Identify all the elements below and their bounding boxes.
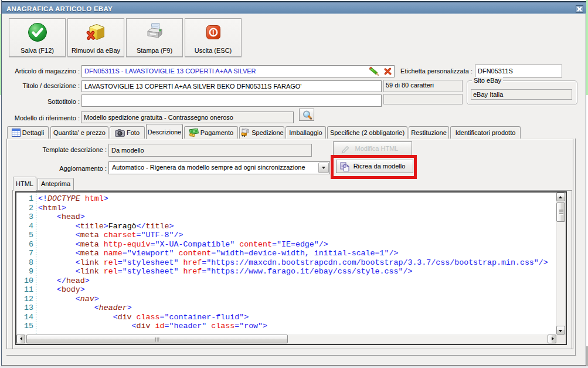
code-line-5: <meta charset="UTF-8"/>: [38, 231, 183, 240]
v-scroll-thumb[interactable]: [556, 202, 565, 222]
save-check-icon: [28, 21, 47, 43]
tab-spedizione[interactable]: Spedizione: [239, 126, 284, 139]
thumb-grip: [155, 337, 156, 342]
line-number: 6: [16, 240, 33, 249]
toolbar-button-salva-f12[interactable]: Salva (F12): [9, 18, 66, 57]
aggiornamento-value: Automatico - Rigenera da modello sempre …: [109, 162, 329, 171]
code-line-10: </head>: [38, 276, 90, 286]
line-number: 1: [16, 194, 33, 204]
line-number: 9: [16, 267, 33, 276]
tab-control-border: [576, 139, 576, 356]
articolo-label: Articolo di magazzino :: [2, 67, 80, 75]
code-line-2: <html>: [38, 204, 66, 213]
tab-specifiche-2-obbligatorie[interactable]: Specifiche (2 obbligatorie): [327, 126, 407, 139]
code-line-11: <body>: [38, 285, 85, 295]
screen: ANAGRAFICA ARTICOLO EBAY Salva (F12)Rimu…: [0, 0, 588, 368]
line-number: 14: [16, 313, 33, 322]
code-line-6: <meta http-equiv="X-UA-Compatible" conte…: [38, 240, 328, 249]
arrow-down-icon: [559, 330, 562, 334]
search-modello-button[interactable]: [299, 109, 314, 121]
exit-power-icon: [206, 21, 220, 43]
sito-ebay-value: eBay Italia: [471, 89, 572, 100]
code-area[interactable]: 1<!DOCTYPE html>2<html>3 <head>4 <title>…: [16, 193, 555, 333]
tab-foto[interactable]: Foto: [110, 126, 145, 139]
combo-dropdown-button[interactable]: [318, 163, 329, 173]
tab-dettagli[interactable]: Dettagli: [7, 126, 49, 139]
subtab-anteprima[interactable]: Anteprima: [38, 178, 74, 190]
scrollbar-corner: [556, 335, 566, 344]
tab-pagamento[interactable]: Pagamento: [184, 126, 238, 139]
thumb-grip: [559, 213, 563, 214]
scroll-down-button[interactable]: [556, 326, 565, 335]
line-number: 5: [16, 231, 33, 240]
sito-ebay-legend: Sito eBay: [472, 77, 503, 84]
etichetta-field[interactable]: DFN05311S: [475, 65, 562, 77]
code-line-7: <meta name="viewport" content="width=dev…: [38, 249, 398, 258]
sottotitolo-label: Sottotitolo :: [2, 98, 80, 106]
tab-control-border: [6, 356, 576, 356]
scroll-left-button[interactable]: [16, 335, 25, 343]
modifica-html-button: Modifica HTML: [333, 141, 412, 156]
printer-icon: [144, 21, 165, 43]
template-field[interactable]: Da modello: [108, 144, 312, 157]
code-line-14: <div class="container-fluid">: [38, 313, 249, 322]
dialog-window: ANAGRAFICA ARTICOLO EBAY Salva (F12)Rimu…: [1, 0, 586, 366]
toolbar-button-stampa-f9[interactable]: Stampa (F9): [126, 18, 183, 57]
tab-descrizione[interactable]: Descrizione: [146, 124, 183, 139]
line-number: 15: [16, 322, 33, 331]
chevron-down-icon: [322, 167, 325, 171]
tab-label: Descrizione: [148, 129, 181, 136]
html-code-editor[interactable]: 1<!DOCTYPE html>2<html>3 <head>4 <title>…: [15, 191, 567, 345]
tab-label: Restituzione: [411, 129, 447, 136]
code-line-3: <head>: [38, 212, 85, 222]
scroll-up-button[interactable]: [556, 193, 565, 201]
aggiornamento-combobox[interactable]: Automatico - Rigenera da modello sempre …: [108, 161, 330, 174]
tab-label: Pagamento: [200, 129, 233, 136]
toolbar-button-label: Salva (F12): [9, 47, 65, 54]
tab-identificatori-prodotto[interactable]: Identificatori prodotto: [450, 126, 521, 139]
tab-label: Quantita' e prezzo: [53, 129, 106, 136]
line-number: 7: [16, 249, 33, 258]
red-highlight-annotation: [331, 155, 417, 179]
toolbar-button-uscita-esc[interactable]: Uscita (ESC): [185, 18, 242, 57]
modello-field[interactable]: Modello spedizione gratuita - Contrasseg…: [81, 112, 294, 123]
tab-label: Identificatori prodotto: [456, 129, 516, 136]
tab-label: Foto: [127, 129, 140, 136]
tab-restituzione[interactable]: Restituzione: [409, 126, 449, 139]
titolo-label: Titolo / descrizione :: [2, 82, 80, 90]
template-label: Template descrizione :: [2, 146, 107, 154]
line-number: 2: [16, 204, 33, 213]
code-line-12: <nav>: [38, 295, 99, 304]
subtab-html[interactable]: HTML: [13, 177, 36, 191]
gutter-separator: [36, 193, 36, 335]
close-button[interactable]: [576, 5, 583, 13]
tab-imballaggio[interactable]: Imballaggio: [285, 126, 326, 139]
arrow-up-icon: [559, 194, 562, 198]
code-line-4: <title>Faragò</title>: [38, 222, 174, 231]
line-number: 12: [16, 295, 33, 304]
search-icon: [302, 110, 313, 122]
h-scrollbar[interactable]: [16, 335, 556, 344]
tab-label: Dettagli: [22, 129, 44, 136]
h-scroll-thumb[interactable]: [26, 335, 288, 343]
thumb-grip: [157, 337, 158, 342]
code-line-1: <!DOCTYPE html>: [38, 194, 108, 204]
tab-quantita-e-prezzo[interactable]: Quantita' e prezzo: [50, 126, 108, 139]
articolo-field[interactable]: DFN05311S - LAVASTOVIGLIE 13 COPERTI A+A…: [81, 65, 395, 77]
sottotitolo-field[interactable]: [81, 94, 382, 107]
table-grid-icon: [12, 129, 21, 137]
toolbar-button-rimuovi-da-ebay[interactable]: Rimuovi da eBay: [67, 18, 124, 57]
titolo-field[interactable]: LAVASTOVIGLIE 13 COPERTI A+AA SILVER BEK…: [81, 80, 382, 92]
thumb-grip: [559, 211, 563, 212]
etichetta-label: Etichetta personalizzata :: [365, 67, 473, 75]
truck-icon: [240, 129, 250, 137]
line-number: 3: [16, 212, 33, 222]
window-title: ANAGRAFICA ARTICOLO EBAY: [6, 5, 113, 13]
v-scrollbar[interactable]: [556, 193, 566, 335]
code-line-8: <link rel="stylesheet" href="https://max…: [38, 258, 548, 268]
remove-cube-icon: [86, 21, 107, 43]
code-line-13: <header>: [38, 303, 132, 313]
line-number: 13: [16, 303, 33, 313]
scroll-right-button[interactable]: [548, 335, 556, 343]
line-number: 10: [16, 276, 33, 286]
